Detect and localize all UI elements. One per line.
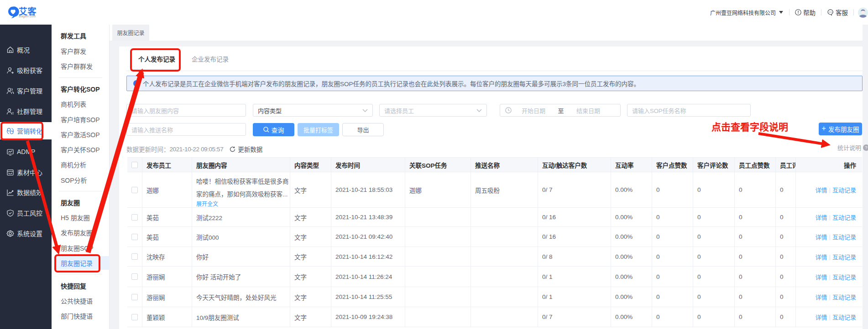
svg-text:?: ? [865,145,867,150]
